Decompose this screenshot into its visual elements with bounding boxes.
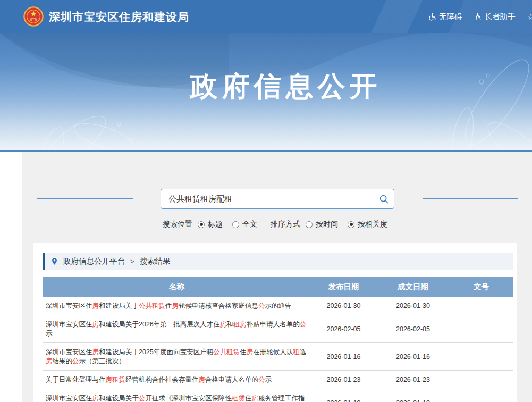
- breadcrumb-accent-bar: [43, 253, 45, 270]
- table-row: 深圳市宝安区住房和建设局关于2025年度面向宝安区户籍公共租赁住房在册轮候人认租…: [43, 343, 513, 371]
- publish-date: 2026-01-23: [311, 376, 376, 383]
- publish-date: 2026-02-05: [311, 325, 376, 333]
- highlighted-keyword: 租: [293, 348, 300, 356]
- publish-date: 2026-01-30: [311, 302, 376, 309]
- highlighted-keyword: 公共租赁: [139, 302, 165, 309]
- radio-label: 按时间: [316, 220, 338, 229]
- highlighted-keyword: 房: [92, 302, 99, 309]
- column-header-publish-date: 发布日期: [311, 282, 376, 292]
- breadcrumb: 政府信息公开平台 > 搜索结果: [43, 253, 513, 270]
- column-header-doc-number: 文号: [450, 282, 513, 292]
- highlighted-keyword: 房租赁: [106, 376, 126, 383]
- favorite-link[interactable]: ☆ 收藏: [527, 12, 532, 22]
- highlighted-keyword: 公: [258, 302, 265, 309]
- highlighted-keyword: 房: [247, 348, 254, 356]
- result-title-link[interactable]: 关于日常化受理与住房租赁经营机构合作社会存量住房合格申请人名单的公示: [46, 376, 272, 383]
- publish-date: 2026-01-19: [311, 399, 376, 402]
- publish-date: 2026-01-16: [311, 353, 376, 361]
- result-title-link[interactable]: 深圳市宝安区住房和建设局关于公开征求《深圳市宝安区保障性租赁住房服务管理工作指引…: [46, 395, 305, 402]
- radio-selected-icon: [198, 221, 205, 228]
- breadcrumb-separator: >: [130, 257, 134, 265]
- search-button[interactable]: [374, 189, 394, 208]
- breadcrumb-root-link[interactable]: 政府信息公开平台: [63, 256, 125, 266]
- national-emblem-logo[interactable]: [23, 6, 44, 27]
- elder-helper-label: 长者助手: [485, 12, 516, 22]
- highlighted-keyword: 房: [92, 321, 99, 328]
- column-header-name: 名称: [43, 282, 311, 292]
- written-date: 2026-02-05: [376, 325, 450, 333]
- option-group-label: 搜索位置: [163, 220, 192, 229]
- written-date: 2026-01-30: [376, 302, 450, 309]
- highlighted-keyword: 公: [258, 376, 265, 383]
- highlighted-keyword: 租房: [233, 321, 247, 328]
- highlighted-keyword: 公: [139, 395, 146, 402]
- search-input[interactable]: [161, 195, 374, 204]
- result-title-link[interactable]: 深圳市宝安区住房和建设局关于2026年第二批高层次人才住房和租房补贴申请人名单的…: [46, 321, 306, 337]
- highlighted-keyword: 房: [252, 395, 259, 402]
- highlighted-keyword: 公共租赁: [213, 348, 240, 356]
- left-divider-line: [37, 198, 133, 199]
- radio-label: 按相关度: [358, 220, 387, 229]
- location-pin-icon: [50, 257, 58, 265]
- radio-unselected-icon: [306, 221, 313, 228]
- result-title-link[interactable]: 深圳市宝安区住房和建设局关于2025年度面向宝安区户籍公共租赁住房在册轮候人认租…: [46, 348, 306, 365]
- right-divider-line: [423, 198, 518, 199]
- results-table: 名称 发布日期 成文日期 文号 深圳市宝安区住房和建设局关于公共租赁住房轮候申请…: [43, 277, 513, 402]
- site-title[interactable]: 深圳市宝安区住房和建设局: [49, 10, 189, 24]
- radio-option[interactable]: 按时间: [306, 220, 338, 229]
- column-header-written-date: 成文日期: [376, 282, 450, 292]
- elder-helper-link[interactable]: 长者助手: [474, 12, 516, 22]
- page-title: 政府信息公开: [0, 68, 532, 105]
- written-date: 2026-01-23: [376, 376, 450, 383]
- table-row: 深圳市宝安区住房和建设局关于公开征求《深圳市宝安区保障性租赁住房服务管理工作指引…: [43, 389, 513, 402]
- table-row: 关于日常化受理与住房租赁经营机构合作社会存量住房合格申请人名单的公示 2026-…: [43, 371, 513, 389]
- radio-label: 全文: [242, 220, 257, 229]
- radio-selected-icon: [348, 221, 354, 228]
- breadcrumb-current: 搜索结果: [140, 256, 171, 266]
- written-date: 2026-01-19: [376, 399, 450, 402]
- results-body: 深圳市宝安区住房和建设局关于公共租赁住房轮候申请核查合格家庭信息公示的通告 20…: [43, 297, 513, 402]
- highlighted-keyword: 房: [199, 376, 206, 383]
- highlighted-keyword: 租赁: [232, 395, 245, 402]
- search-box: [161, 189, 394, 209]
- radio-option[interactable]: 全文: [232, 220, 257, 229]
- search-icon: [379, 194, 389, 204]
- table-row: 深圳市宝安区住房和建设局关于2026年第二批高层次人才住房和租房补贴申请人名单的…: [43, 315, 513, 343]
- banner: 政府信息公开: [0, 33, 532, 150]
- radio-option[interactable]: 标题: [198, 220, 223, 229]
- highlighted-keyword: 公: [300, 321, 307, 328]
- accessibility-label: 无障碍: [439, 12, 462, 22]
- highlighted-keyword: 房: [92, 348, 99, 356]
- radio-unselected-icon: [232, 221, 239, 228]
- radio-option[interactable]: 按相关度: [348, 220, 387, 229]
- highlighted-keyword: 房: [172, 302, 179, 309]
- star-icon: ☆: [527, 13, 532, 21]
- result-title-link[interactable]: 深圳市宝安区住房和建设局关于公共租赁住房轮候申请核查合格家庭信息公示的通告: [46, 302, 292, 309]
- highlighted-keyword: 房: [220, 321, 227, 328]
- search-options-row: 搜索位置标题全文排序方式按时间按相关度: [129, 220, 426, 229]
- elder-person-icon: [474, 13, 482, 21]
- highlighted-keyword: 公: [72, 357, 79, 365]
- accessibility-link[interactable]: 无障碍: [428, 12, 462, 22]
- highlighted-keyword: 房: [92, 395, 99, 402]
- written-date: 2026-01-16: [376, 353, 450, 361]
- accessibility-icon: [428, 13, 436, 21]
- header-links: 无障碍 长者助手 ☆ 收藏: [428, 12, 532, 22]
- table-header-row: 名称 发布日期 成文日期 文号: [43, 277, 513, 297]
- option-group-label: 排序方式: [271, 220, 300, 229]
- highlighted-keyword: 房: [46, 357, 53, 365]
- table-row: 深圳市宝安区住房和建设局关于公共租赁住房轮候申请核查合格家庭信息公示的通告 20…: [43, 297, 513, 315]
- radio-label: 标题: [208, 220, 223, 229]
